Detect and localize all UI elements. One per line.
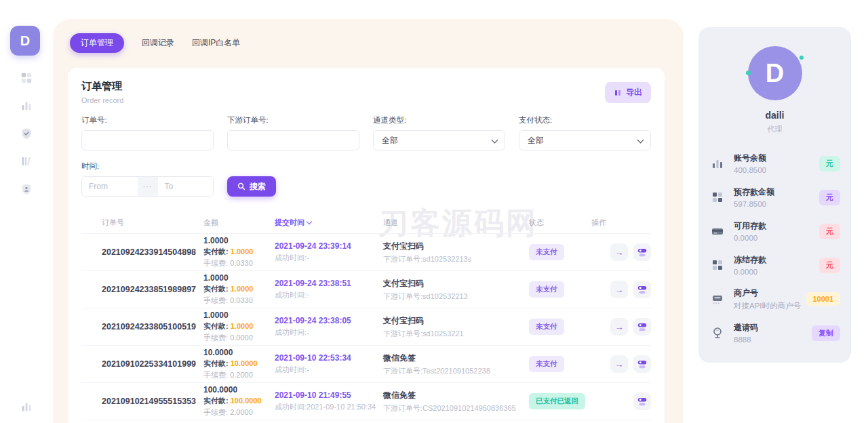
cell-channel: 支付宝扫码 下游订单号:sd10253221: [383, 315, 529, 339]
export-label: 导出: [626, 87, 642, 98]
paid-value: 10.0000: [231, 359, 258, 367]
card-header: 订单管理 Order record 导出: [81, 80, 651, 104]
success-time-value: 成功时间:-: [275, 253, 383, 263]
downstream-order-no: 下游订单号:sd102532213s: [383, 254, 529, 264]
orders-table: 刀客源码网 订单号 金额 提交时间 通道 状态 操作 202109: [81, 212, 651, 423]
arrow-action-button[interactable]: →: [610, 243, 628, 261]
cell-submit-time: 2021-09-10 22:53:34 成功时间:-: [275, 353, 383, 375]
list-item-account-balance: 账号余额 400.8500 元: [698, 146, 851, 180]
search-button[interactable]: 搜索: [227, 176, 276, 197]
filter-row-2: 时间: ··· 搜索: [81, 161, 651, 197]
date-range-picker[interactable]: ···: [81, 176, 214, 197]
profile-stats-list: 账号余额 400.8500 元 预存款金额 597.8500 元: [698, 146, 851, 350]
order-management-card: 订单管理 Order record 导出 订单号: 下游订单号:: [68, 68, 665, 423]
cell-channel: 微信免签 下游订单号:Test2021091052238: [383, 352, 529, 376]
downstream-order-no: 下游订单号:CS20210910214950836365: [383, 403, 529, 414]
dashboard-grid-icon[interactable]: [20, 71, 33, 85]
status-badge: 已支付已返回: [529, 393, 585, 409]
amount-value: 1.0000: [203, 310, 275, 320]
header-channel: 通道: [383, 218, 529, 228]
amount-value: 10.0000: [203, 348, 275, 357]
success-time-value: 成功时间:-: [275, 365, 383, 375]
globe-icon: [709, 325, 726, 341]
export-button[interactable]: 导出: [605, 82, 651, 103]
channel-name: 支付宝扫码: [383, 241, 529, 252]
detail-action-button[interactable]: [633, 243, 651, 261]
order-no-input[interactable]: [81, 130, 214, 150]
amount-value: 100.0000: [203, 385, 275, 395]
paid-label: 实付款:: [203, 247, 229, 256]
success-time-value: 成功时间:-: [275, 327, 383, 338]
cell-submit-time: 2021-09-10 21:49:55 成功时间:2021-09-10 21:5…: [275, 390, 383, 412]
paid-value: 1.0000: [231, 322, 254, 330]
header-amount: 金额: [203, 218, 275, 228]
tab-order-management[interactable]: 订单管理: [70, 33, 124, 53]
detail-action-button[interactable]: [633, 392, 651, 410]
shield-user-icon[interactable]: [20, 182, 33, 196]
submit-time-value: 2021-09-10 21:49:55: [275, 390, 383, 400]
tab-callback-records[interactable]: 回调记录: [142, 33, 174, 53]
submit-time-value: 2021-09-24 23:39:14: [275, 241, 383, 251]
stat-value: 0.0000: [734, 268, 819, 276]
paid-label: 实付款:: [203, 359, 229, 367]
field-pay-status: 支付状态: 全部: [519, 115, 651, 150]
arrow-action-button[interactable]: →: [610, 355, 628, 373]
grid-icon: [709, 189, 726, 205]
cell-submit-time: 2021-09-24 23:38:05 成功时间:-: [275, 316, 383, 338]
channel-name: 支付宝扫码: [383, 315, 529, 327]
main-content-area: 订单管理 回调记录 回调IP白名单 订单管理 Order record 导出 订…: [53, 19, 684, 423]
currency-badge: 元: [819, 156, 840, 172]
downstream-order-no: 下游订单号:Test2021091052238: [383, 366, 529, 376]
cell-order-no: 20210910214955515353: [102, 397, 203, 406]
cell-submit-time: 2021-09-24 23:38:51 成功时间:-: [275, 279, 383, 300]
channel-type-select[interactable]: 全部: [373, 130, 505, 150]
library-icon[interactable]: [20, 155, 33, 168]
cell-order-no: 20210910225334101999: [102, 359, 203, 369]
cell-channel: 支付宝扫码 下游订单号:sd102532213s: [383, 241, 529, 264]
field-channel-type: 通道类型: 全部: [373, 115, 505, 150]
orders-chart-icon[interactable]: [20, 99, 33, 113]
date-to-input[interactable]: [158, 177, 214, 196]
shield-check-icon[interactable]: [20, 127, 33, 140]
header-submit-time[interactable]: 提交时间: [275, 218, 383, 228]
detail-action-button[interactable]: [633, 318, 651, 336]
fee-value: 2.0000: [230, 408, 253, 416]
list-item-merchant-id: 商户号 对接API时的商户号 10001: [698, 282, 851, 316]
paid-value: 100.0000: [231, 397, 262, 405]
app-logo[interactable]: D: [10, 26, 40, 56]
profile-name: daili: [698, 110, 851, 121]
amount-value: 1.0000: [203, 236, 275, 245]
credit-card-icon: [709, 223, 726, 239]
downstream-order-no-input[interactable]: [227, 130, 359, 150]
detail-action-button[interactable]: [633, 355, 651, 373]
arrow-action-button[interactable]: →: [610, 281, 628, 298]
fee-label: 手续费:: [203, 259, 228, 267]
sidebar-nav: [0, 71, 53, 196]
status-dot: [800, 56, 804, 60]
fee-value: 0.0000: [230, 334, 253, 342]
chevron-down-icon: [637, 137, 644, 144]
detail-action-button[interactable]: [633, 281, 651, 298]
copy-button[interactable]: 复制: [812, 325, 840, 341]
search-icon: [237, 182, 245, 190]
arrow-action-button[interactable]: →: [610, 318, 628, 336]
table-row: 20210924233851989897 1.0000 实付款: 1.0000 …: [81, 270, 651, 308]
submit-time-value: 2021-09-10 22:53:34: [275, 353, 383, 363]
success-time-value: 成功时间:2021-09-10 21:50:34: [275, 402, 383, 412]
sort-desc-icon: [307, 218, 312, 224]
stats-chart-icon[interactable]: [20, 400, 33, 414]
date-from-input[interactable]: [82, 177, 138, 196]
tab-bar: 订单管理 回调记录 回调IP白名单: [53, 19, 684, 53]
chevron-down-icon: [492, 137, 498, 144]
time-label: 时间:: [81, 161, 214, 172]
page-subtitle: Order record: [81, 96, 651, 104]
profile-role: 代理: [698, 124, 851, 134]
downstream-order-no: 下游订单号:sd102532213: [383, 291, 529, 302]
field-order-no: 订单号:: [81, 115, 214, 150]
currency-badge: 元: [819, 258, 840, 273]
paid-label: 实付款:: [203, 397, 229, 405]
pay-status-select[interactable]: 全部: [519, 130, 651, 150]
tab-callback-ip-whitelist[interactable]: 回调IP白名单: [192, 33, 240, 53]
cell-actions: →: [591, 243, 651, 261]
sidebar-bottom: [0, 400, 53, 414]
